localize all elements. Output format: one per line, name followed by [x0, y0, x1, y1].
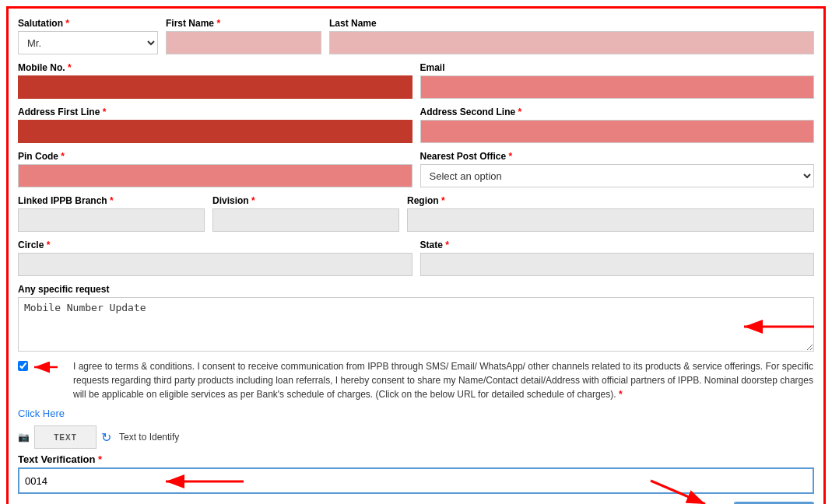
lastname-input[interactable] [329, 31, 814, 54]
row-address: Address First Line * Address Second Line… [18, 107, 814, 143]
state-label: State * [420, 240, 815, 250]
region-group: Region * [407, 195, 814, 232]
click-here-link[interactable]: Click Here [18, 408, 814, 419]
postoffice-select[interactable]: Select an option an option [420, 164, 815, 187]
pincode-label: Pin Code * [18, 151, 412, 162]
arrow-annotation-2 [26, 359, 65, 375]
postoffice-group: Nearest Post Office * Select an option a… [420, 151, 815, 187]
specific-request-textarea[interactable]: Mobile Number Update [18, 297, 814, 352]
mobile-label: Mobile No. * [18, 62, 412, 73]
address1-group: Address First Line * [18, 107, 412, 143]
address1-input[interactable] [18, 120, 412, 143]
circle-input[interactable] [18, 253, 412, 276]
postoffice-label: Nearest Post Office * [420, 151, 815, 162]
specific-request-group: Any specific request Mobile Number Updat… [18, 284, 814, 352]
specific-request-label: Any specific request [18, 284, 814, 295]
text-verification-group: Text Verification * [18, 453, 814, 494]
row-branch-division-region: Linked IPPB Branch * Division * Region * [18, 195, 814, 232]
registration-form: Salutation * Mr. Mrs. Ms. Dr. First Name… [18, 18, 814, 504]
captcha-icon: 📷 [18, 432, 30, 443]
text-verification-label: Text Verification * [18, 453, 814, 465]
pincode-input[interactable] [18, 164, 412, 187]
captcha-label: Text to Identify [119, 432, 179, 443]
region-label: Region * [407, 195, 814, 206]
captcha-image: TEXT [34, 425, 97, 449]
row-pincode-postoffice: Pin Code * Nearest Post Office * Select … [18, 151, 814, 187]
mobile-group: Mobile No. * [18, 62, 412, 99]
salutation-group: Salutation * Mr. Mrs. Ms. Dr. [18, 18, 158, 54]
refresh-captcha-icon[interactable]: ↻ [101, 430, 111, 445]
address2-input[interactable] [420, 120, 815, 143]
division-group: Division * [212, 195, 399, 232]
firstname-input[interactable] [166, 31, 321, 54]
branch-group: Linked IPPB Branch * [18, 195, 205, 232]
state-group: State * [420, 240, 815, 276]
branch-input[interactable] [18, 208, 205, 232]
state-input[interactable] [420, 253, 815, 276]
row-mobile-email: Mobile No. * Email [18, 62, 814, 99]
circle-group: Circle * [18, 240, 412, 276]
email-group: Email [420, 62, 815, 99]
email-label: Email [420, 62, 815, 73]
lastname-group: Last Name [329, 18, 814, 54]
address2-label: Address Second Line * [420, 107, 815, 117]
salutation-label: Salutation * [18, 18, 158, 29]
terms-text: I agree to terms & conditions. I consent… [73, 359, 814, 401]
firstname-label: First Name * [166, 18, 321, 29]
captcha-row: 📷 TEXT ↻ Text to Identify [18, 425, 814, 449]
row-salutation-name: Salutation * Mr. Mrs. Ms. Dr. First Name… [18, 18, 814, 54]
pincode-group: Pin Code * [18, 151, 412, 187]
circle-label: Circle * [18, 240, 412, 250]
lastname-label: Last Name [329, 18, 814, 29]
region-input[interactable] [407, 208, 814, 232]
terms-row: I agree to terms & conditions. I consent… [18, 359, 814, 401]
mobile-input[interactable] [18, 75, 412, 99]
firstname-group: First Name * [166, 18, 321, 54]
row-circle-state: Circle * State * [18, 240, 814, 276]
division-label: Division * [212, 195, 399, 206]
salutation-select[interactable]: Mr. Mrs. Ms. Dr. [18, 31, 158, 54]
address1-label: Address First Line * [18, 107, 412, 117]
email-input[interactable] [420, 75, 815, 99]
row-specific-request: Any specific request Mobile Number Updat… [18, 284, 814, 352]
division-input[interactable] [212, 208, 399, 232]
branch-label: Linked IPPB Branch * [18, 195, 205, 206]
address2-group: Address Second Line * [420, 107, 815, 143]
text-verification-input[interactable] [18, 467, 814, 494]
